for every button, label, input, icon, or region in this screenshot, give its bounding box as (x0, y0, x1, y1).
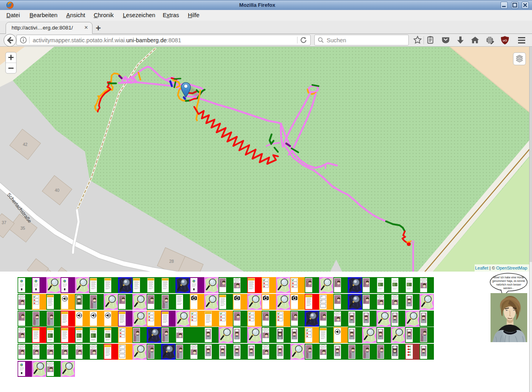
svg-text:37: 37 (2, 220, 6, 225)
svg-text:natürlich noch besser: natürlich noch besser (496, 283, 521, 286)
svg-text:26: 26 (187, 271, 192, 272)
svg-text:genommen! Naja, es könnte: genommen! Naja, es könnte (492, 280, 525, 283)
svg-text:35: 35 (20, 226, 25, 230)
svg-text:Leaflet | © OpenStreetMap: Leaflet | © OpenStreetMap (475, 266, 527, 270)
svg-text:42: 42 (23, 142, 28, 147)
svg-text:werden...: werden... (503, 287, 514, 290)
svg-text:uO: uO (502, 39, 507, 42)
svg-text:Wow! Ich habe eine Hürde: Wow! Ich habe eine Hürde (493, 276, 524, 279)
svg-text:40: 40 (55, 188, 59, 193)
svg-text:28: 28 (169, 259, 174, 264)
